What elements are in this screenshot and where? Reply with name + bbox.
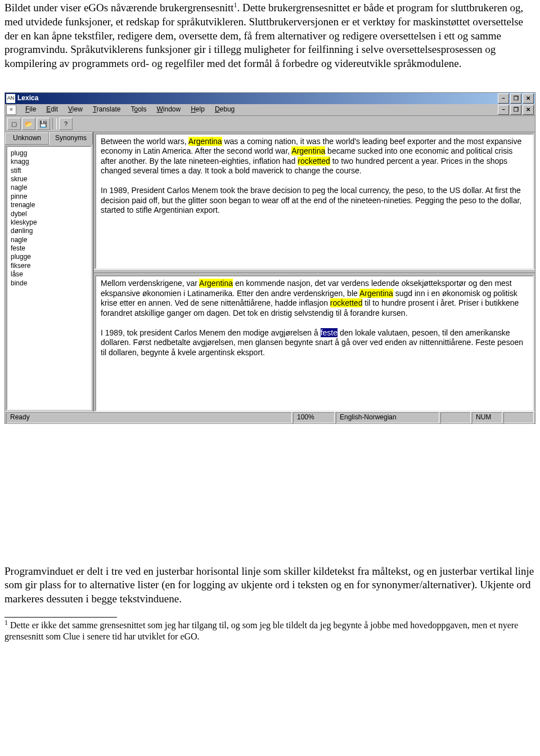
highlight-rocketted: rocketted (298, 156, 330, 165)
footnote-text: Dette er ikke det samme grensesnittet so… (4, 620, 518, 641)
mdi-child-icon: ≡ (6, 105, 16, 115)
menubar: ≡ File Edit View Translate Tools Window … (5, 104, 535, 116)
intro-paragraph: Bildet under viser eGOs nåværende bruker… (0, 0, 540, 71)
app-icon: AN (6, 94, 15, 103)
tabs: Unknown Synonyms (5, 132, 93, 145)
highlight-argentina: Argentina (188, 137, 222, 146)
list-item[interactable]: trenagle (11, 201, 87, 209)
closing-text: Programvinduet er delt i tre ved en just… (4, 565, 536, 606)
footnote-separator (4, 617, 117, 618)
list-item[interactable]: plugg (11, 149, 87, 157)
menu-window[interactable]: Window (152, 104, 186, 115)
list-item[interactable]: fiksere (11, 262, 87, 270)
highlight-rocketted: rocketted (330, 298, 363, 307)
mdi-close-button[interactable]: ✕ (523, 105, 534, 115)
mdi-minimize-button[interactable]: – (498, 105, 509, 115)
target-text: Mellom verdenskrigene, var (101, 279, 199, 288)
highlight-argentina: Argentina (199, 279, 233, 288)
app-window: AN Lexica – ❐ ✕ ≡ File Edit View Transla… (4, 92, 536, 424)
window-title: Lexica (17, 94, 498, 103)
status-num: NUM (472, 412, 502, 423)
list-item[interactable]: dønling (11, 227, 87, 235)
source-text-pane[interactable]: Between the world wars, Argentina was a … (95, 133, 534, 270)
status-blank1 (440, 412, 471, 423)
source-text: Between the world wars, (101, 137, 188, 146)
open-file-icon[interactable]: 📂 (22, 118, 35, 130)
list-item[interactable]: knagg (11, 158, 87, 165)
list-item[interactable]: nagle (11, 236, 87, 244)
save-icon[interactable]: 💾 (37, 118, 50, 130)
client-area: Unknown Synonyms plugg knagg stift skrue… (5, 132, 535, 411)
status-zoom: 100% (293, 412, 335, 423)
highlight-argentina: Argentina (291, 146, 325, 155)
left-panel: Unknown Synonyms plugg knagg stift skrue… (5, 132, 94, 411)
list-item[interactable]: feste (11, 244, 87, 252)
tab-synonyms[interactable]: Synonyms (49, 132, 93, 145)
help-icon[interactable]: ? (59, 118, 73, 130)
intro-text-1: Bildet under viser eGOs nåværende bruker… (4, 2, 234, 14)
status-ready: Ready (6, 412, 292, 423)
target-text-pane[interactable]: Mellom verdenskrigene, var Argentina en … (95, 275, 534, 411)
menu-debug[interactable]: Debug (210, 104, 239, 115)
closing-paragraph: Programvinduet er delt i tre ved en just… (0, 565, 540, 606)
list-item[interactable]: låse (11, 270, 87, 278)
list-item[interactable]: skrue (11, 175, 87, 183)
new-file-icon[interactable]: ▢ (7, 118, 21, 130)
embedded-screenshot: AN Lexica – ❐ ✕ ≡ File Edit View Transla… (4, 92, 536, 424)
menu-help[interactable]: Help (186, 104, 209, 115)
toolbar-separator (52, 118, 57, 129)
footnote: 1 Dette er ikke det samme grensesnittet … (0, 619, 540, 646)
status-language: English-Norwegian (336, 412, 439, 423)
mdi-maximize-button[interactable]: ❐ (510, 105, 521, 115)
selected-word-feste[interactable]: feste (321, 328, 338, 337)
list-item[interactable]: plugge (11, 253, 87, 261)
menu-view[interactable]: View (64, 104, 87, 115)
minimize-button[interactable]: – (498, 93, 509, 104)
toolbar: ▢ 📂 💾 ? (5, 116, 535, 132)
list-item[interactable]: nagle (11, 184, 87, 191)
titlebar: AN Lexica – ❐ ✕ (5, 93, 535, 104)
list-item[interactable]: pinne (11, 193, 87, 200)
menu-file[interactable]: File (21, 104, 40, 115)
tab-unknown[interactable]: Unknown (5, 132, 49, 145)
menu-translate[interactable]: Translate (88, 104, 125, 115)
status-blank2 (503, 412, 534, 423)
horizontal-splitter[interactable] (94, 269, 535, 273)
highlight-argentina: Argentina (359, 289, 393, 298)
source-text: In 1989, President Carlos Menem took the… (101, 186, 521, 214)
maximize-button[interactable]: ❐ (510, 93, 521, 104)
menu-tools[interactable]: Tools (126, 104, 151, 115)
list-item[interactable]: kleskype (11, 218, 87, 226)
statusbar: Ready 100% English-Norwegian NUM (5, 411, 535, 423)
list-item[interactable]: binde (11, 279, 87, 287)
list-item[interactable]: stift (11, 167, 87, 175)
list-item[interactable]: dybel (11, 210, 87, 218)
synonym-list[interactable]: plugg knagg stift skrue nagle pinne tren… (6, 146, 92, 410)
target-text: I 1989, tok president Carlos Menem den m… (101, 328, 321, 337)
right-panel: Between the world wars, Argentina was a … (94, 132, 535, 411)
menu-edit[interactable]: Edit (42, 104, 62, 115)
close-button[interactable]: ✕ (523, 93, 534, 104)
